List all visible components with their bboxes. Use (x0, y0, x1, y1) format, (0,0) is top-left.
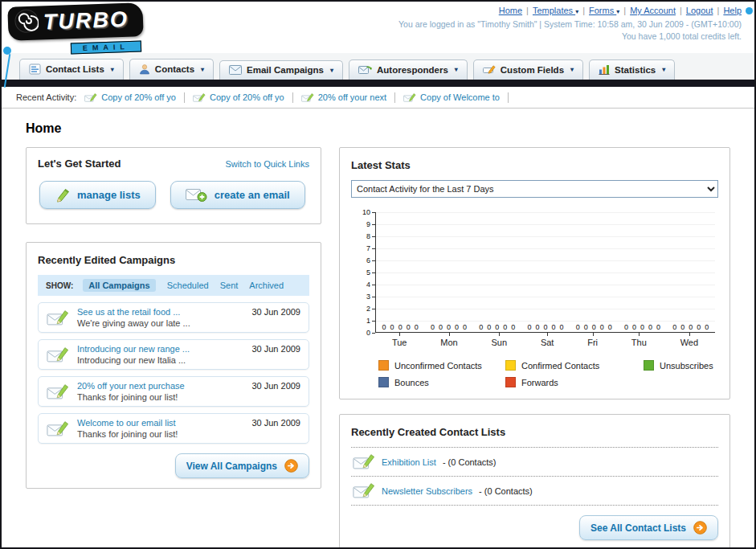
contact-lists-panel: Recently Created Contact Lists Exhibitio… (339, 414, 730, 549)
get-started-title: Let's Get Started (38, 158, 121, 170)
bar-value-label: 0 (592, 323, 596, 331)
x-axis-label: Sun (491, 333, 507, 347)
chevron-down-icon: ▾ (201, 66, 204, 73)
campaign-title-link[interactable]: Introducing our new range ... (77, 344, 243, 354)
y-axis-tick: 10 (362, 208, 375, 216)
chevron-down-icon: ▾ (111, 66, 114, 73)
nav-tab-contacts[interactable]: Contacts▾ (129, 59, 214, 80)
nav-tab-autoresponders[interactable]: Autoresponders▾ (349, 59, 468, 80)
decor-dot-right (746, 7, 753, 14)
campaigns-filter-archived[interactable]: Archived (249, 281, 284, 290)
activity-separator (292, 92, 293, 103)
envelope-pencil-icon (353, 481, 375, 500)
campaign-row: 20% off your next purchaseThanks for joi… (38, 376, 309, 407)
bar-group-sat: 00000 (527, 323, 563, 331)
switch-quick-links-link[interactable]: Switch to Quick Links (225, 159, 309, 169)
campaign-row: See us at the retail food ...We're givin… (38, 302, 309, 333)
recent-activity-item[interactable]: Copy of 20% off yo (84, 92, 176, 103)
page-title: Home (26, 121, 730, 136)
campaigns-title: Recently Edited Campaigns (38, 254, 175, 266)
y-axis-tick: 7 (366, 244, 375, 252)
campaign-date: 30 Jun 2009 (251, 307, 300, 317)
recent-activity-label: Recent Activity: (16, 92, 76, 102)
header: TURBO EMAIL Home|Templates ▾|Forms ▾|My … (2, 2, 754, 53)
nav-tab-email-campaigns[interactable]: Email Campaigns▾ (219, 60, 343, 80)
bar-value-label: 0 (415, 323, 419, 331)
nav-tab-statistics[interactable]: Statistics▾ (589, 59, 675, 80)
nav-tab-custom-fields[interactable]: Custom Fields▾ (473, 59, 583, 80)
x-axis-label: Thu (631, 333, 647, 347)
stats-period-select[interactable]: Contact Activity for the Last 7 Days (351, 180, 718, 198)
chevron-down-icon: ▾ (330, 67, 333, 74)
link-separator: | (623, 6, 626, 15)
contact-list-link[interactable]: Exhibition List (382, 457, 436, 467)
bar-value-label: 0 (624, 323, 628, 331)
campaign-subtitle: Thanks for joining our list! (77, 392, 243, 402)
manage-lists-button[interactable]: manage lists (39, 181, 156, 209)
custom-fields-icon (483, 64, 496, 75)
x-axis-label: Tue (392, 333, 407, 347)
campaign-subtitle: Thanks for joining our list! (77, 429, 243, 439)
top-link-logout[interactable]: Logout (686, 6, 713, 15)
top-link-templates[interactable]: Templates ▾ (533, 6, 578, 15)
envelope-pencil-icon (47, 346, 69, 364)
bar-group-fri: 00000 (576, 323, 612, 331)
see-all-contact-lists-button[interactable]: See All Contact Lists (579, 515, 718, 540)
campaigns-filter-sent[interactable]: Sent (220, 281, 239, 290)
nav-tab-label: Autoresponders (377, 65, 448, 75)
campaigns-filter-all-campaigns[interactable]: All Campaigns (83, 279, 155, 292)
campaign-date: 30 Jun 2009 (251, 381, 300, 391)
bar-value-label: 0 (560, 323, 564, 331)
recent-activity-item[interactable]: 20% off your next (301, 92, 386, 103)
nav-tab-contact-lists[interactable]: Contact Lists▾ (19, 59, 124, 80)
create-email-button[interactable]: create an email (170, 181, 305, 209)
legend-label: Bounces (394, 378, 429, 387)
bar-value-label: 0 (503, 323, 507, 331)
bar-group-mon: 00000 (431, 323, 467, 331)
contact-list-count: - (0 Contacts) (479, 486, 533, 496)
legend-swatch (378, 360, 389, 371)
activity-separator (184, 92, 185, 103)
campaign-row: Introducing our new range ...Introducing… (38, 339, 309, 370)
y-axis-label: 7 (366, 244, 370, 252)
bar-value-label: 0 (479, 323, 483, 331)
campaign-text: Introducing our new range ...Introducing… (77, 344, 243, 365)
bar-value-label: 0 (648, 323, 652, 331)
bar-value-label: 0 (697, 323, 701, 331)
recent-activity-item-label: 20% off your next (318, 92, 386, 102)
recent-activity-item[interactable]: Copy of Welcome to (403, 92, 500, 103)
autoresponders-icon (358, 64, 372, 75)
x-axis-label: Sat (541, 333, 554, 347)
campaigns-filter-scheduled[interactable]: Scheduled (167, 281, 209, 290)
x-axis-label: Mon (440, 333, 457, 347)
top-link-my-account[interactable]: My Account (630, 6, 676, 15)
y-axis-label: 5 (366, 268, 370, 277)
dashboard-columns: Let's Get Started Switch to Quick Links … (26, 147, 730, 549)
app-logo[interactable]: TURBO EMAIL (8, 5, 143, 53)
bar-value-label: 0 (382, 323, 386, 331)
bar-value-label: 0 (527, 323, 531, 331)
y-axis-label: 9 (366, 220, 370, 228)
bar-value-label: 0 (680, 323, 684, 331)
view-all-campaigns-button[interactable]: View All Campaigns (175, 453, 309, 478)
left-column: Let's Get Started Switch to Quick Links … (26, 147, 321, 489)
campaign-title-link[interactable]: See us at the retail food ... (77, 307, 243, 317)
y-axis-label: 6 (366, 256, 370, 264)
chart-value-labels: 00000000000000000000000000000000000 (376, 323, 715, 331)
envelope-pencil-icon (353, 453, 375, 471)
view-all-campaigns-label: View All Campaigns (186, 461, 277, 472)
top-link-home[interactable]: Home (499, 6, 522, 15)
bar-group-wed: 00000 (672, 323, 709, 331)
campaign-text: See us at the retail food ...We're givin… (77, 307, 243, 328)
campaign-title-link[interactable]: Welcome to our email list (77, 418, 243, 428)
arrow-circle-icon (693, 521, 707, 535)
top-link-forms[interactable]: Forms ▾ (589, 6, 619, 15)
manage-lists-label: manage lists (77, 189, 141, 201)
campaigns-filters: All CampaignsScheduledSentArchived (83, 279, 284, 292)
campaign-title-link[interactable]: 20% off your next purchase (77, 381, 243, 391)
recent-activity-item[interactable]: Copy of 20% off yo (193, 92, 284, 103)
show-label: SHOW: (46, 281, 73, 290)
contact-list-link[interactable]: Newsletter Subscribers (382, 486, 472, 496)
top-link-help[interactable]: Help (723, 6, 742, 15)
envelope-pencil-icon (47, 309, 69, 327)
